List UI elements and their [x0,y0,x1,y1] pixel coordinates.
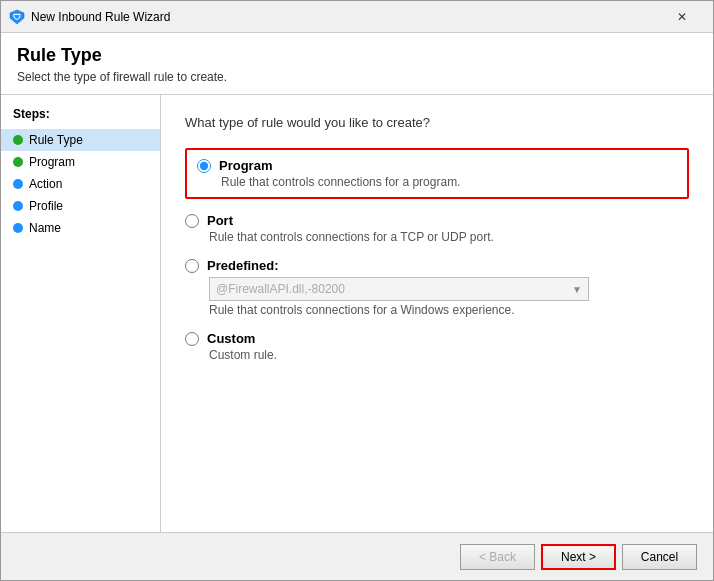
question-text: What type of rule would you like to crea… [185,115,689,130]
option-port-row: Port [185,213,689,228]
radio-program[interactable] [197,159,211,173]
radio-predefined[interactable] [185,259,199,273]
close-button[interactable]: ✕ [659,1,705,33]
option-program-row: Program [197,158,677,173]
option-port: Port Rule that controls connections for … [185,213,689,244]
option-predefined-row: Predefined: [185,258,689,273]
window-icon: 🛡 [9,9,25,25]
header-area: Rule Type Select the type of firewall ru… [1,33,713,95]
title-bar-left: 🛡 New Inbound Rule Wizard [9,9,170,25]
next-button[interactable]: Next > [541,544,616,570]
svg-text:🛡: 🛡 [13,13,21,22]
sidebar-label-action: Action [29,177,62,191]
dot-action [13,179,23,189]
dot-profile [13,201,23,211]
predefined-dropdown[interactable]: @FirewallAPI.dll,-80200 ▼ [209,277,589,301]
sidebar-label-program: Program [29,155,75,169]
sidebar-item-program[interactable]: Program [1,151,160,173]
option-port-desc: Rule that controls connections for a TCP… [209,230,689,244]
main-panel: What type of rule would you like to crea… [161,95,713,532]
content-area: Steps: Rule Type Program Action Profile … [1,95,713,532]
radio-port[interactable] [185,214,199,228]
option-program: Program Rule that controls connections f… [197,158,677,189]
option-custom-desc: Custom rule. [209,348,689,362]
dropdown-arrow: ▼ [572,284,582,295]
sidebar-item-profile[interactable]: Profile [1,195,160,217]
sidebar-label-name: Name [29,221,61,235]
cancel-button[interactable]: Cancel [622,544,697,570]
option-predefined-desc: Rule that controls connections for a Win… [209,303,689,317]
sidebar-item-action[interactable]: Action [1,173,160,195]
predefined-dropdown-value: @FirewallAPI.dll,-80200 [216,282,345,296]
sidebar: Steps: Rule Type Program Action Profile … [1,95,161,532]
option-port-label[interactable]: Port [207,213,233,228]
title-bar: 🛡 New Inbound Rule Wizard ✕ [1,1,713,33]
option-custom-label[interactable]: Custom [207,331,255,346]
window-title: New Inbound Rule Wizard [31,10,170,24]
option-program-box: Program Rule that controls connections f… [185,148,689,199]
option-program-label[interactable]: Program [219,158,272,173]
sidebar-item-name[interactable]: Name [1,217,160,239]
dot-name [13,223,23,233]
option-program-desc: Rule that controls connections for a pro… [221,175,677,189]
wizard-window: 🛡 New Inbound Rule Wizard ✕ Rule Type Se… [0,0,714,581]
option-custom: Custom Custom rule. [185,331,689,362]
option-custom-row: Custom [185,331,689,346]
page-title: Rule Type [17,45,697,66]
option-predefined: Predefined: @FirewallAPI.dll,-80200 ▼ Ru… [185,258,689,317]
option-group: Program Rule that controls connections f… [185,148,689,362]
dot-program [13,157,23,167]
dot-rule-type [13,135,23,145]
back-button[interactable]: < Back [460,544,535,570]
sidebar-title: Steps: [1,107,160,129]
sidebar-label-profile: Profile [29,199,63,213]
radio-custom[interactable] [185,332,199,346]
footer: < Back Next > Cancel [1,532,713,580]
page-subtitle: Select the type of firewall rule to crea… [17,70,697,84]
option-predefined-label[interactable]: Predefined: [207,258,279,273]
sidebar-label-rule-type: Rule Type [29,133,83,147]
sidebar-item-rule-type[interactable]: Rule Type [1,129,160,151]
